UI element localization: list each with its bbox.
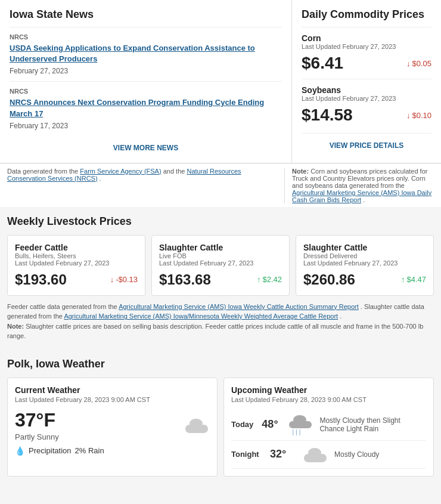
slaughter-dressed-change-value: $4.47 (406, 275, 426, 284)
corn-change-value: $0.05 (412, 59, 431, 68)
news-item-1: NRCS USDA Seeking Applications to Expand… (10, 27, 282, 81)
today-desc: Mostly Cloudy then Slight Chance Light R… (319, 416, 426, 433)
livestock-footnote1-end: . (340, 313, 341, 320)
feeder-change-value: -$0.13 (116, 275, 138, 284)
corn-down-arrow (406, 59, 411, 68)
slaughter-live-change: $2.42 (257, 275, 282, 284)
corn-price: $6.41 (302, 54, 343, 73)
livestock-card-slaughter-live: Slaughter Cattle Live FOB Last Updated F… (151, 235, 290, 296)
weather-section: Polk, Iowa Weather Current Weather Last … (0, 350, 441, 485)
fsa-link[interactable]: Farm Service Agency (FSA) (80, 168, 161, 175)
livestock-title: Weekly Livestock Prices (7, 215, 434, 228)
soybeans-name: Soybeans (302, 85, 431, 95)
ams-grain-link[interactable]: Agricultural Marketing Service (AMS) Iow… (292, 189, 431, 203)
drop-icon: 💧 (15, 446, 25, 456)
view-price-link[interactable]: VIEW PRICE DETAILS (330, 141, 403, 150)
slaughter-dressed-up-arrow (401, 275, 405, 284)
footnote-left: Data generated from the Farm Service Age… (7, 168, 285, 203)
feeder-down-arrow (110, 275, 114, 284)
footnote-note-text: Corn and soybeans prices calculated for … (292, 168, 427, 189)
slaughter-dressed-sub: Dressed Delivered (303, 252, 426, 259)
feeder-price: $193.60 (15, 271, 67, 288)
precip-value: 2% Rain (75, 446, 104, 455)
news-link-1[interactable]: USDA Seeking Applications to Expand Cons… (10, 43, 282, 64)
current-weather-updated: Last Updated February 28, 2023 9:00 AM C… (15, 396, 210, 403)
current-desc: Partly Sunny (15, 432, 59, 441)
soybeans-change-value: $0.10 (412, 111, 431, 120)
upcoming-row-today: Today 48° ||| Mostly Cloudy then Slight … (231, 409, 426, 441)
view-price-container: VIEW PRICE DETAILS (302, 133, 431, 152)
corn-name: Corn (302, 33, 431, 43)
precip-row: 💧 Precipitation 2% Rain (15, 446, 210, 456)
today-label: Today (231, 420, 256, 429)
weather-cards: Current Weather Last Updated February 28… (7, 378, 434, 477)
feeder-change: -$0.13 (110, 275, 138, 284)
slaughter-live-title: Slaughter Cattle (159, 243, 282, 252)
view-more-news-container: VIEW MORE NEWS (10, 136, 282, 154)
slaughter-live-up-arrow (257, 275, 261, 284)
footnote-left-mid: and the (163, 168, 187, 175)
upcoming-weather-card: Upcoming Weather Last Updated February 2… (223, 378, 434, 477)
feeder-title: Feeder Cattle (15, 243, 138, 252)
slaughter-live-change-value: $2.42 (262, 275, 282, 284)
tonight-temp: 32° (270, 448, 296, 460)
feeder-updated: Last Updated February 27, 2023 (15, 259, 138, 267)
news-link-2[interactable]: NRCS Announces Next Conservation Program… (10, 97, 282, 119)
livestock-card-feeder: Feeder Cattle Bulls, Heifers, Steers Las… (7, 235, 145, 296)
livestock-note-label: Note: (7, 323, 24, 330)
livestock-note-text: Slaughter cattle prices are based on sel… (7, 323, 423, 340)
precip-label: Precipitation (29, 446, 72, 455)
footnote-right: Note: Corn and soybeans prices calculate… (285, 168, 434, 203)
soybeans-change: $0.10 (406, 111, 431, 120)
news-date-1: February 27, 2023 (10, 67, 282, 75)
livestock-section: Weekly Livestock Prices Feeder Cattle Bu… (0, 207, 441, 350)
footnote-note-label: Note: (292, 168, 309, 175)
footnote-right-end: . (363, 196, 365, 203)
corn-change: $0.05 (406, 59, 431, 68)
slaughter-live-price: $163.68 (159, 271, 211, 288)
upcoming-row-tonight: Tonight 32° Mostly Cloudy (231, 441, 426, 469)
commodity-panel: Daily Commodity Prices Corn Last Updated… (292, 0, 441, 163)
news-source-1: NRCS (10, 33, 282, 41)
current-weather-title: Current Weather (15, 385, 210, 395)
soybeans-price: $14.58 (302, 106, 353, 125)
slaughter-dressed-price: $260.86 (303, 271, 355, 288)
news-source-2: NRCS (10, 88, 282, 95)
tonight-desc: Mostly Cloudy (334, 450, 379, 459)
news-item-2: NRCS NRCS Announces Next Conservation Pr… (10, 81, 282, 135)
view-more-news-link[interactable]: VIEW MORE NEWS (113, 144, 178, 152)
current-weather-card: Current Weather Last Updated February 28… (7, 378, 218, 477)
feeder-sub: Bulls, Heifers, Steers (15, 252, 138, 259)
top-footnotes: Data generated from the Farm Service Age… (0, 163, 441, 207)
cloud-rain-icon: ||| (287, 414, 313, 435)
soybeans-down-arrow (406, 111, 411, 120)
slaughter-live-updated: Last Updated February 27, 2023 (159, 259, 282, 267)
today-temp: 48° (262, 418, 281, 431)
ams-auction-link[interactable]: Agricultural Marketing Service (AMS) Iow… (119, 303, 359, 310)
livestock-footnote1-pre: Feeder cattle data generated from the (7, 303, 119, 310)
ams-weighted-link[interactable]: Agricultural Marketing Service (AMS) Iow… (64, 313, 338, 320)
today-weather-icon: ||| (287, 414, 313, 435)
commodity-title: Daily Commodity Prices (302, 8, 431, 21)
livestock-card-slaughter-dressed: Slaughter Cattle Dressed Delivered Last … (296, 235, 434, 296)
commodity-soybeans: Soybeans Last Updated February 27, 2023 … (302, 79, 431, 131)
soybeans-updated: Last Updated February 27, 2023 (302, 95, 431, 102)
news-date-2: February 17, 2023 (10, 122, 282, 130)
upcoming-weather-updated: Last Updated February 28, 2023 9:00 AM C… (231, 396, 426, 403)
rain-drops: ||| (292, 429, 302, 435)
slaughter-dressed-title: Slaughter Cattle (303, 243, 426, 252)
commodity-corn: Corn Last Updated February 27, 2023 $6.4… (302, 27, 431, 79)
livestock-cards: Feeder Cattle Bulls, Heifers, Steers Las… (7, 235, 434, 296)
cloud-icon (302, 446, 328, 463)
tonight-label: Tonight (231, 450, 264, 459)
weather-title: Polk, Iowa Weather (7, 358, 434, 370)
slaughter-dressed-change: $4.47 (401, 275, 426, 284)
iowa-news-panel: Iowa State News NRCS USDA Seeking Applic… (0, 0, 292, 163)
footnote-left-text: Data generated from the (7, 168, 80, 175)
livestock-footnotes: Feeder cattle data generated from the Ag… (7, 302, 434, 341)
slaughter-live-sub: Live FOB (159, 252, 282, 259)
partly-sunny-icon (184, 416, 210, 434)
footnote-left-end: . (100, 175, 101, 182)
iowa-news-title: Iowa State News (10, 8, 282, 21)
corn-updated: Last Updated February 27, 2023 (302, 43, 431, 50)
